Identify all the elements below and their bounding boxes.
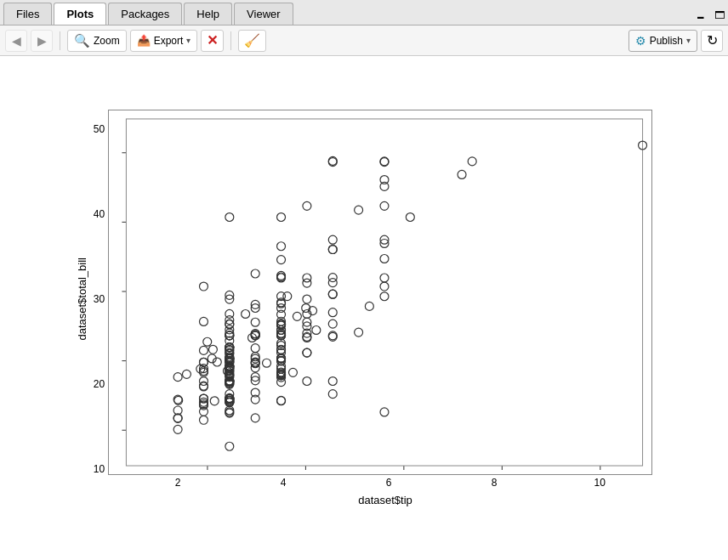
y-tick-40: 40 (94, 208, 105, 220)
x-tick-4: 4 (230, 477, 336, 489)
zoom-icon: 🔍 (74, 33, 90, 48)
export-dropdown-arrow: ▾ (186, 36, 191, 45)
tab-bar: Files Plots Packages Help Viewer 🗕 🗖 (0, 0, 728, 25)
y-axis-label: dataset$total_bill (76, 257, 88, 341)
export-icon: 📤 (137, 34, 151, 47)
y-tick-50: 50 (94, 123, 105, 135)
publish-button[interactable]: ⚙ Publish ▾ (628, 30, 697, 52)
back-button[interactable]: ◀ (5, 30, 27, 52)
x-tick-10: 10 (547, 477, 652, 489)
publish-icon: ⚙ (635, 34, 646, 48)
delete-button[interactable]: ✕ (201, 30, 224, 52)
y-tick-10: 10 (94, 463, 105, 475)
x-tick-8: 8 (441, 477, 547, 489)
zoom-button[interactable]: 🔍 Zoom (67, 30, 127, 52)
y-tick-20: 20 (94, 378, 105, 390)
zoom-label: Zoom (94, 35, 120, 47)
x-tick-6: 6 (336, 477, 441, 489)
tab-plots[interactable]: Plots (54, 3, 106, 25)
y-tick-30: 30 (94, 293, 105, 305)
publish-label: Publish (650, 35, 683, 47)
export-button[interactable]: 📤 Export ▾ (130, 30, 198, 52)
clear-button[interactable]: 🧹 (238, 30, 266, 52)
forward-button[interactable]: ▶ (31, 30, 53, 52)
tab-files[interactable]: Files (3, 3, 52, 25)
scatter-plot (108, 110, 652, 475)
separator-2 (230, 31, 231, 50)
tab-viewer[interactable]: Viewer (234, 3, 293, 25)
maximize-btn[interactable]: 🗖 (711, 9, 728, 21)
svg-rect-0 (110, 110, 651, 474)
broom-icon: 🧹 (244, 33, 260, 48)
toolbar: ◀ ▶ 🔍 Zoom 📤 Export ▾ ✕ 🧹 ⚙ Publish ▾ ↻ (0, 25, 728, 56)
tab-help[interactable]: Help (184, 3, 232, 25)
export-label: Export (154, 35, 184, 47)
separator-1 (60, 31, 60, 50)
x-tick-2: 2 (125, 477, 230, 489)
publish-dropdown-arrow: ▾ (686, 36, 691, 45)
refresh-button[interactable]: ↻ (701, 30, 723, 52)
delete-icon: ✕ (207, 32, 218, 48)
minimize-btn[interactable]: 🗕 (692, 9, 709, 21)
toolbar-right: ⚙ Publish ▾ ↻ (628, 30, 723, 52)
main-content: dataset$total_bill 50 40 30 20 10 (0, 56, 728, 560)
x-axis-label: dataset$tip (358, 494, 412, 506)
tab-packages[interactable]: Packages (108, 3, 182, 25)
plot-wrapper: dataset$total_bill 50 40 30 20 10 (76, 110, 652, 506)
